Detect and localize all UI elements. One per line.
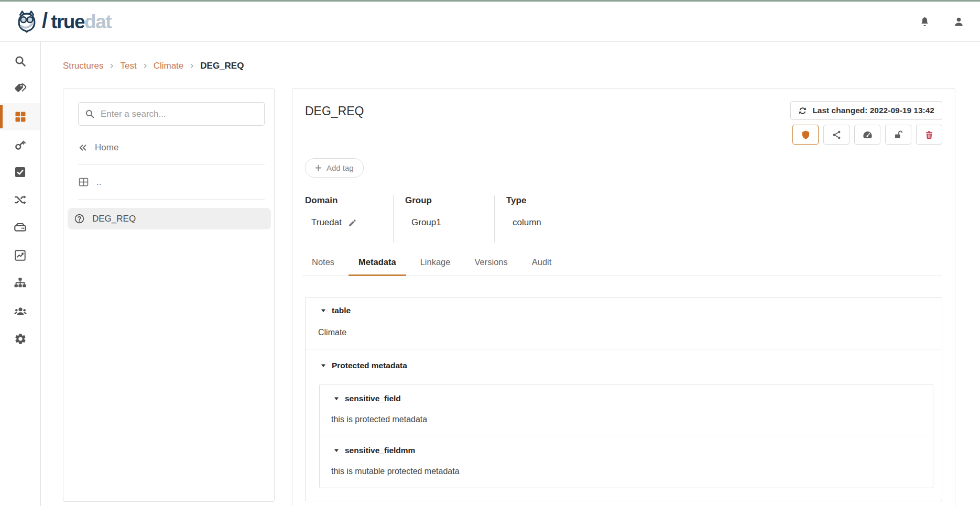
hard-drive-icon xyxy=(14,221,27,234)
field-value-domain: Truedat xyxy=(311,217,342,228)
parent-row[interactable]: .. xyxy=(78,173,265,191)
sidebar-item-search[interactable] xyxy=(0,47,40,75)
unlock-button[interactable] xyxy=(885,125,911,145)
field-value-type: column xyxy=(513,217,541,228)
tab-versions[interactable]: Versions xyxy=(464,257,517,276)
metadata-field-sensitive-field[interactable]: sensitive_field xyxy=(327,394,925,403)
question-circle-icon xyxy=(74,213,85,224)
key-icon xyxy=(14,138,27,151)
logo-wordmark: truedat xyxy=(51,12,111,31)
metadata-section-title: table xyxy=(332,306,351,315)
sidebar-item-users[interactable] xyxy=(0,297,40,325)
sidebar-item-settings[interactable] xyxy=(0,325,40,353)
metadata-section-protected[interactable]: Protected metadata xyxy=(314,361,933,370)
users-icon xyxy=(14,304,27,318)
divider xyxy=(320,435,933,435)
sidebar-item-insights[interactable] xyxy=(0,241,40,269)
sidebar-item-systems[interactable] xyxy=(0,214,40,241)
table-icon xyxy=(78,177,89,188)
metadata-section-value: Climate xyxy=(314,328,933,337)
grid-icon xyxy=(14,111,27,123)
last-changed-label: Last changed: 2022-09-19 13:42 xyxy=(812,106,934,115)
caret-down-icon xyxy=(333,395,340,402)
chevron-right-icon xyxy=(108,63,115,69)
home-row[interactable]: Home xyxy=(78,139,265,156)
field-label-type: Type xyxy=(506,195,599,206)
divider xyxy=(78,199,265,200)
field-label-domain: Domain xyxy=(305,195,393,206)
unlock-icon xyxy=(894,130,903,140)
sitemap-icon xyxy=(14,277,27,290)
sidebar-item-tags[interactable] xyxy=(0,75,40,103)
metadata-field-title: sensitive_fieldmm xyxy=(345,446,415,455)
field-label-group: Group xyxy=(405,195,494,206)
tab-notes[interactable]: Notes xyxy=(302,257,344,276)
double-chevron-left-icon xyxy=(78,143,88,152)
logo-slash: / xyxy=(42,10,48,31)
detail-tabs: Notes Metadata Linkage Versions Audit xyxy=(302,257,942,276)
tab-audit[interactable]: Audit xyxy=(522,257,562,276)
breadcrumb: Structures Test Climate DEG_REQ xyxy=(63,61,955,71)
last-changed-button[interactable]: Last changed: 2022-09-19 13:42 xyxy=(790,101,942,120)
trash-icon xyxy=(924,130,934,140)
breadcrumb-link-climate[interactable]: Climate xyxy=(154,61,184,71)
sidebar xyxy=(0,42,41,506)
breadcrumb-link-test[interactable]: Test xyxy=(120,61,136,71)
bell-icon[interactable] xyxy=(919,16,930,27)
chevron-right-icon xyxy=(142,63,148,69)
chevron-right-icon xyxy=(189,63,195,69)
caret-down-icon xyxy=(320,307,326,314)
sidebar-item-lineage[interactable] xyxy=(0,186,40,214)
sidebar-item-quality[interactable] xyxy=(0,158,40,186)
tags-icon xyxy=(14,83,27,95)
structure-item-deg-req[interactable]: DEG_REQ xyxy=(68,208,271,229)
metadata-section-table[interactable]: table xyxy=(314,306,933,315)
divider xyxy=(78,164,265,165)
search-icon xyxy=(85,109,95,121)
divider xyxy=(306,349,942,349)
gear-icon xyxy=(14,333,27,345)
delete-button[interactable] xyxy=(916,125,942,145)
owl-logo-icon xyxy=(15,9,39,34)
metadata-field-title: sensitive_field xyxy=(345,394,401,403)
add-tag-button[interactable]: Add tag xyxy=(305,158,364,178)
sidebar-item-hierarchy[interactable] xyxy=(0,269,40,297)
truedat-logo[interactable]: / truedat xyxy=(15,9,111,34)
home-label: Home xyxy=(95,142,118,153)
search-icon xyxy=(14,55,27,68)
add-tag-label: Add tag xyxy=(326,163,354,172)
breadcrumb-link-structures[interactable]: Structures xyxy=(63,61,103,71)
protected-metadata-button[interactable] xyxy=(792,125,819,145)
topbar: / truedat xyxy=(0,2,980,42)
refresh-icon xyxy=(798,106,807,115)
sidebar-item-access[interactable] xyxy=(0,130,40,158)
check-square-icon xyxy=(14,166,26,178)
breadcrumb-current: DEG_REQ xyxy=(200,61,244,71)
main-content: Structures Test Climate DEG_REQ Home xyxy=(41,42,980,506)
metadata-section-title: Protected metadata xyxy=(332,361,407,370)
structure-fields: Domain Truedat Group Group1 Type column xyxy=(305,195,942,243)
metadata-field-sensitive-fieldmm[interactable]: sensitive_fieldmm xyxy=(327,446,925,455)
sidebar-item-structures[interactable] xyxy=(0,103,40,130)
structure-explorer-panel: Home .. DEG_REQ xyxy=(63,88,275,502)
quality-gauge-button[interactable] xyxy=(854,125,880,145)
share-button[interactable] xyxy=(823,125,850,145)
user-icon[interactable] xyxy=(953,16,964,27)
protected-metadata-card: sensitive_field this is protected metada… xyxy=(319,384,933,488)
gauge-icon xyxy=(862,129,873,140)
tab-linkage[interactable]: Linkage xyxy=(410,257,461,276)
metadata-card: table Climate Protected metadata sensiti… xyxy=(305,297,942,501)
metadata-field-value: this is protected metadata xyxy=(327,415,925,424)
shuffle-icon xyxy=(14,193,27,206)
chart-line-icon xyxy=(14,249,26,261)
search-input[interactable] xyxy=(78,102,265,126)
edit-pencil-icon[interactable] xyxy=(348,218,357,227)
structure-item-label: DEG_REQ xyxy=(92,214,136,224)
metadata-field-value: this is mutable protected metadata xyxy=(327,467,925,476)
tab-metadata[interactable]: Metadata xyxy=(349,257,406,276)
structure-detail-panel: DEG_REQ Last changed: 2022-09-19 13:42 xyxy=(292,88,955,506)
caret-down-icon xyxy=(320,362,326,369)
plus-icon xyxy=(315,164,322,171)
shield-icon xyxy=(801,130,811,140)
caret-down-icon xyxy=(333,447,340,454)
